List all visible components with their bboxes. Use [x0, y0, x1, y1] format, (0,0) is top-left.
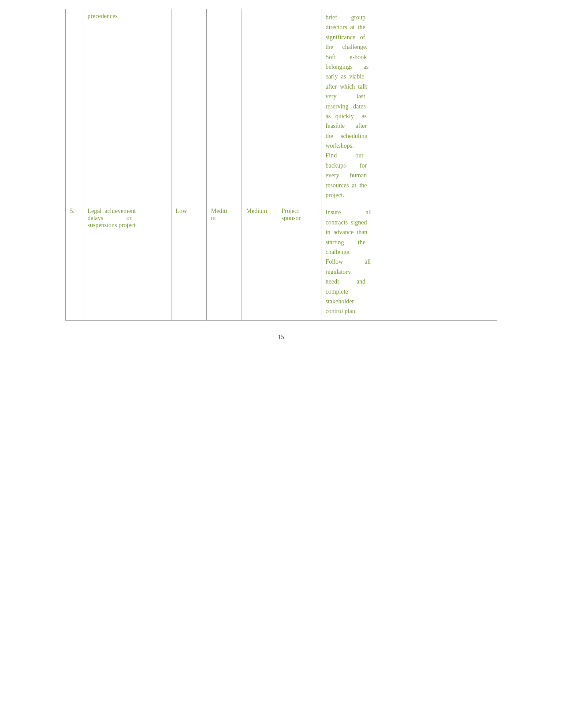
row5-mitigation-cell: Insure all contracts signed in advance t…	[321, 204, 497, 320]
continuation-impact-m-cell	[242, 9, 277, 204]
continuation-name-text: precedences	[88, 13, 118, 19]
continuation-owner-cell	[277, 9, 321, 204]
row5-owner-cell: Projectsponsor	[277, 204, 321, 320]
continuation-num-cell	[65, 9, 83, 204]
row5-impact-monetary: Medium	[246, 208, 267, 214]
continuation-mitigation-cell: brief group directors at the significanc…	[321, 9, 497, 204]
row5-mitigation-text: Insure all contracts signed in advance t…	[326, 208, 492, 316]
risk-table: precedences brief group directors at the…	[65, 9, 497, 321]
row5-num-cell: 5.	[65, 204, 83, 320]
row5-impact-m-cell: Medium	[242, 204, 277, 320]
continuation-impact-q-cell	[206, 9, 242, 204]
continuation-mitigation-text: brief group directors at the significanc…	[326, 13, 492, 200]
row5-probability: Low	[176, 208, 187, 214]
row5-impact-q-cell: Medium	[206, 204, 242, 320]
page-number: 15	[65, 334, 497, 341]
continuation-prob-cell	[171, 9, 206, 204]
row5-impact-qual: Medium	[211, 208, 227, 221]
row5-owner: Projectsponsor	[282, 208, 301, 221]
table-row-continuation: precedences brief group directors at the…	[65, 9, 497, 204]
row5-name-cell: Legal achievement delays or suspensions …	[83, 204, 171, 320]
continuation-name-cell: precedences	[83, 9, 171, 204]
row5-name-text: Legal achievement delays or suspensions …	[88, 208, 136, 228]
table-row-5: 5. Legal achievement delays or suspensio…	[65, 204, 497, 320]
page-container: precedences brief group directors at the…	[39, 0, 524, 358]
row5-prob-cell: Low	[171, 204, 206, 320]
page-number-text: 15	[278, 334, 284, 340]
row5-number: 5.	[70, 208, 75, 214]
